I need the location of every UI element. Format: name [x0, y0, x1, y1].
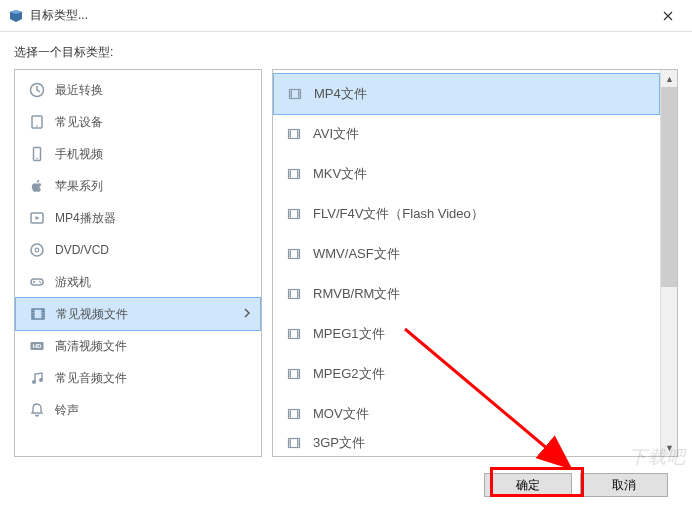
svg-point-9	[39, 281, 40, 282]
category-label: MP4播放器	[55, 210, 116, 227]
disc-icon	[27, 240, 47, 260]
format-label: MKV文件	[313, 165, 367, 183]
category-label: 常见视频文件	[56, 306, 128, 323]
clock-icon	[27, 80, 47, 100]
film-icon	[285, 125, 303, 143]
category-panel: 最近转换常见设备手机视频苹果系列MP4播放器DVD/VCD游戏机常见视频文件HD…	[14, 69, 262, 457]
svg-point-15	[39, 378, 43, 382]
category-item[interactable]: 常见视频文件	[15, 297, 261, 331]
svg-point-6	[31, 244, 43, 256]
cancel-button[interactable]: 取消	[580, 473, 668, 497]
svg-rect-8	[31, 279, 43, 285]
svg-point-14	[32, 380, 36, 384]
category-item[interactable]: MP4播放器	[15, 202, 261, 234]
format-item[interactable]: WMV/ASF文件	[273, 234, 660, 274]
format-label: 3GP文件	[313, 434, 365, 450]
category-item[interactable]: 铃声	[15, 394, 261, 426]
music-icon	[27, 368, 47, 388]
chevron-right-icon	[244, 307, 250, 321]
format-label: WMV/ASF文件	[313, 245, 400, 263]
format-item[interactable]: MPEG2文件	[273, 354, 660, 394]
format-item[interactable]: MPEG1文件	[273, 314, 660, 354]
film-icon	[285, 245, 303, 263]
format-label: MPEG1文件	[313, 325, 385, 343]
svg-point-7	[35, 248, 39, 252]
svg-text:HD: HD	[33, 343, 42, 349]
category-label: 常见设备	[55, 114, 103, 131]
hd-icon: HD	[27, 336, 47, 356]
scroll-thumb[interactable]	[661, 87, 678, 287]
film-icon	[286, 85, 304, 103]
film-icon	[285, 325, 303, 343]
film-icon	[28, 304, 48, 324]
category-label: 手机视频	[55, 146, 103, 163]
format-item[interactable]: RMVB/RM文件	[273, 274, 660, 314]
format-label: MP4文件	[314, 85, 367, 103]
format-label: RMVB/RM文件	[313, 285, 400, 303]
format-item[interactable]: AVI文件	[273, 114, 660, 154]
scrollbar[interactable]: ▲ ▼	[660, 70, 677, 456]
scroll-up-button[interactable]: ▲	[661, 70, 678, 87]
category-item[interactable]: HD高清视频文件	[15, 330, 261, 362]
category-label: 高清视频文件	[55, 338, 127, 355]
category-item[interactable]: 苹果系列	[15, 170, 261, 202]
svg-point-4	[36, 158, 38, 160]
format-item[interactable]: 3GP文件	[273, 434, 660, 450]
category-item[interactable]: 最近转换	[15, 74, 261, 106]
close-button[interactable]	[652, 2, 684, 30]
format-label: MPEG2文件	[313, 365, 385, 383]
film-icon	[285, 365, 303, 383]
category-item[interactable]: DVD/VCD	[15, 234, 261, 266]
format-label: AVI文件	[313, 125, 359, 143]
format-label: FLV/F4V文件（Flash Video）	[313, 205, 484, 223]
format-item[interactable]: MKV文件	[273, 154, 660, 194]
film-icon	[285, 205, 303, 223]
film-icon	[285, 285, 303, 303]
format-item[interactable]: MOV文件	[273, 394, 660, 434]
film-icon	[285, 405, 303, 423]
apple-icon	[27, 176, 47, 196]
category-item[interactable]: 手机视频	[15, 138, 261, 170]
film-icon	[285, 165, 303, 183]
bell-icon	[27, 400, 47, 420]
tablet-icon	[27, 112, 47, 132]
ok-button[interactable]: 确定	[484, 473, 572, 497]
category-label: DVD/VCD	[55, 243, 109, 257]
category-label: 常见音频文件	[55, 370, 127, 387]
format-panel: MP4文件AVI文件MKV文件FLV/F4V文件（Flash Video）WMV…	[272, 69, 678, 457]
category-item[interactable]: 常见音频文件	[15, 362, 261, 394]
format-label: MOV文件	[313, 405, 369, 423]
scroll-down-button[interactable]: ▼	[661, 439, 678, 456]
app-icon	[8, 8, 24, 24]
gamepad-icon	[27, 272, 47, 292]
title-bar: 目标类型...	[0, 0, 692, 32]
prompt-label: 选择一个目标类型:	[14, 44, 678, 61]
category-item[interactable]: 游戏机	[15, 266, 261, 298]
phone-icon	[27, 144, 47, 164]
player-icon	[27, 208, 47, 228]
category-label: 游戏机	[55, 274, 91, 291]
category-item[interactable]: 常见设备	[15, 106, 261, 138]
category-label: 最近转换	[55, 82, 103, 99]
svg-point-10	[40, 282, 41, 283]
svg-point-2	[36, 125, 38, 127]
film-icon	[285, 434, 303, 450]
window-title: 目标类型...	[30, 7, 88, 24]
format-item[interactable]: MP4文件	[273, 73, 660, 115]
category-label: 苹果系列	[55, 178, 103, 195]
category-label: 铃声	[55, 402, 79, 419]
format-item[interactable]: FLV/F4V文件（Flash Video）	[273, 194, 660, 234]
